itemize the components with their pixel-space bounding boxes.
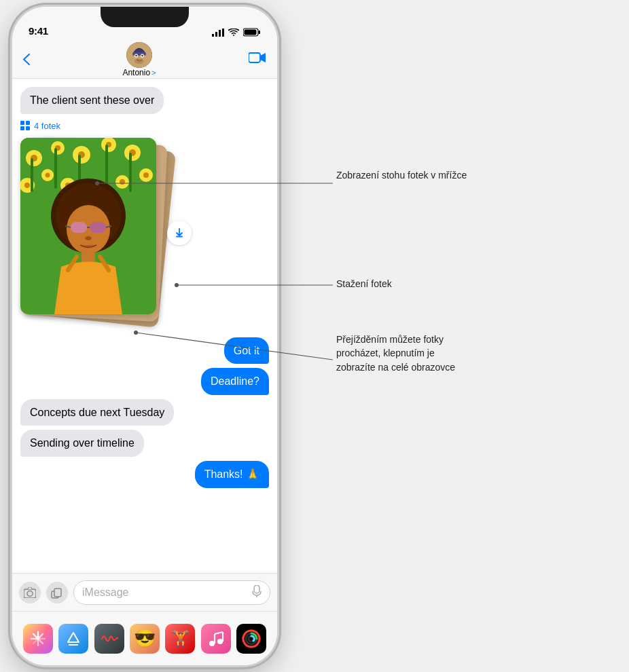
annotation-swipe: Přejížděním můžete fotkyprocházet, klepn…: [336, 333, 455, 374]
input-area: iMessage: [12, 573, 277, 611]
memoji-avatar: [126, 42, 152, 68]
phone-wrapper: 9:41: [0, 0, 629, 672]
svg-line-66: [215, 632, 223, 634]
photo-stack-header: 4 fotek: [20, 118, 60, 134]
message-bubble-sent-3[interactable]: Thanks! 🙏: [195, 461, 269, 488]
voice-memos-icon: [101, 630, 118, 648]
svg-rect-37: [31, 158, 33, 192]
avatar: [126, 42, 152, 68]
svg-point-14: [134, 58, 144, 64]
svg-rect-41: [129, 153, 132, 192]
phone-frame: 9:41: [12, 7, 277, 665]
svg-rect-3: [222, 29, 224, 37]
messages-area: The client sent these over 4 fotek: [12, 79, 277, 577]
svg-rect-60: [254, 585, 259, 593]
app-activity[interactable]: [236, 624, 266, 654]
photo-image: [20, 138, 156, 314]
signal-icon: [212, 29, 224, 37]
svg-rect-49: [71, 222, 87, 233]
svg-point-32: [143, 172, 149, 178]
fitness-emoji: 🏋: [171, 630, 190, 648]
status-icons: [212, 28, 261, 37]
contact-name: Antonio >: [122, 68, 156, 77]
back-button[interactable]: [23, 54, 30, 65]
svg-rect-38: [54, 148, 57, 189]
photo-count: 4 fotek: [34, 121, 60, 131]
message-bubble-sent-1[interactable]: Got it: [224, 337, 269, 365]
camera-icon: [24, 587, 36, 598]
notch: [101, 7, 189, 27]
app-app-store[interactable]: [58, 624, 88, 654]
app-store-icon: [65, 630, 82, 648]
apps-icon: [51, 586, 63, 599]
battery-icon: [243, 28, 261, 37]
app-music[interactable]: [201, 624, 231, 654]
annotation-grid: Zobrazení stohu fotek v mřížce: [336, 168, 467, 182]
svg-rect-5: [259, 31, 261, 34]
grid-icon: [20, 121, 30, 130]
svg-point-62: [209, 641, 215, 646]
app-voice-memos[interactable]: [94, 624, 124, 654]
wifi-icon: [228, 29, 239, 37]
download-icon: [173, 227, 185, 239]
status-time: 9:41: [29, 25, 48, 37]
svg-rect-1: [215, 32, 217, 37]
svg-rect-16: [20, 121, 24, 125]
svg-rect-18: [20, 126, 24, 130]
svg-point-63: [217, 639, 223, 644]
download-button[interactable]: [167, 221, 192, 245]
annotation-download: Stažení fotek: [336, 277, 392, 291]
imessage-placeholder: iMessage: [82, 586, 128, 599]
photo-stack[interactable]: [20, 138, 170, 328]
photos-app-icon: [29, 629, 48, 648]
message-bubble-sent-2[interactable]: Deadline?: [201, 368, 269, 395]
photo-card-front[interactable]: [20, 138, 156, 314]
message-bubble-received-2[interactable]: Concepts due next Tuesday: [20, 399, 174, 426]
svg-point-36: [46, 172, 50, 177]
svg-rect-50: [90, 222, 106, 233]
contact-info[interactable]: Antonio >: [122, 42, 156, 77]
svg-rect-0: [212, 34, 214, 37]
svg-rect-9: [132, 52, 146, 56]
activity-icon: [241, 629, 262, 649]
svg-point-54: [85, 236, 92, 240]
nav-bar: Antonio >: [12, 41, 277, 79]
svg-rect-15: [249, 53, 260, 62]
svg-rect-40: [105, 145, 108, 189]
svg-point-12: [135, 54, 137, 56]
app-memoji[interactable]: 😎: [130, 624, 160, 654]
svg-point-59: [27, 591, 33, 596]
svg-point-45: [120, 179, 125, 185]
back-chevron-icon: [23, 54, 30, 65]
app-drawer: 😎 🏋: [12, 611, 277, 665]
svg-point-34: [24, 183, 30, 188]
imessage-input-field[interactable]: iMessage: [73, 580, 270, 605]
svg-rect-2: [219, 30, 221, 37]
app-photos[interactable]: [23, 624, 53, 654]
svg-rect-17: [26, 121, 30, 125]
music-icon: [207, 630, 225, 648]
svg-point-13: [141, 54, 143, 56]
video-call-button[interactable]: [249, 52, 266, 67]
app-fitness[interactable]: 🏋: [165, 624, 195, 654]
svg-rect-19: [26, 126, 30, 130]
apps-button[interactable]: [46, 582, 68, 603]
video-icon: [249, 52, 266, 64]
message-bubble-received-1[interactable]: The client sent these over: [20, 87, 164, 114]
camera-button[interactable]: [19, 582, 41, 603]
memoji-emoji: 😎: [134, 628, 156, 649]
svg-rect-6: [245, 30, 257, 35]
message-bubble-received-3[interactable]: Sending over timeline: [20, 430, 144, 457]
mic-icon: [252, 585, 262, 600]
microphone-icon: [252, 585, 262, 597]
